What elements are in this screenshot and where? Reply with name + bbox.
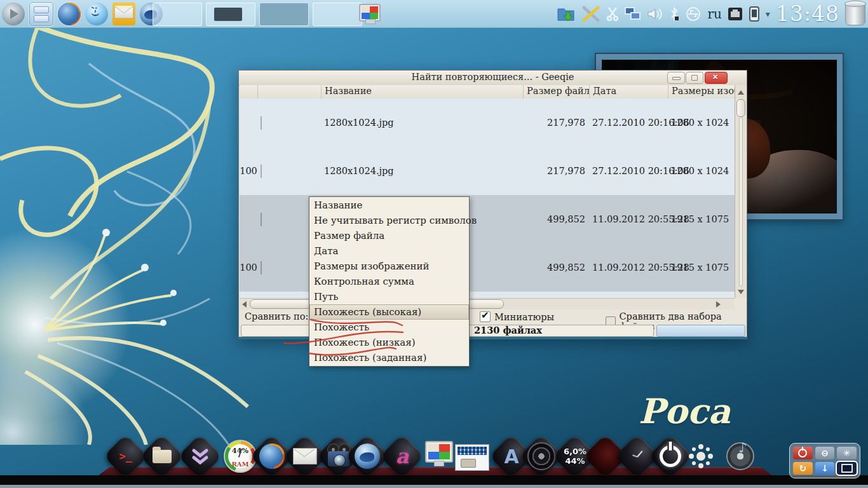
suspend-button[interactable]: ⊖ (815, 447, 835, 459)
file-cabinet-launcher[interactable] (29, 2, 53, 26)
bottom-gray-band (0, 485, 868, 488)
messenger-launcher[interactable] (85, 3, 108, 25)
suspend-icon: ⊖ (821, 448, 829, 458)
table-row[interactable]: 1280x1024.jpg 217,978 27.12.2010 20:16:0… (240, 98, 735, 147)
display-icon (423, 440, 454, 468)
restart-button[interactable]: ↻ (793, 462, 813, 475)
scroll-up-icon[interactable] (738, 90, 744, 95)
file-thumbnail (261, 165, 262, 178)
scroll-down-icon[interactable] (738, 290, 744, 294)
dock-purple-chevrons-app[interactable] (183, 439, 217, 473)
file-thumbnail (261, 261, 262, 274)
menu-item[interactable]: Не учитывать регистр символов (309, 213, 469, 228)
snowflake-button[interactable]: ✳ (837, 447, 857, 459)
volume-icon[interactable] (647, 6, 663, 22)
col-date[interactable]: Дата (589, 85, 668, 98)
table-row[interactable]: 100 1280x1024.jpg 217,978 27.12.2010 20:… (240, 147, 735, 195)
bluetooth-icon[interactable] (669, 6, 679, 22)
dock-ram-monitor[interactable]: 44% RAM (223, 439, 257, 473)
dock-red-widget[interactable] (588, 439, 623, 473)
dock-terminal[interactable]: >_ (109, 439, 143, 473)
keyboard-window-icon (455, 444, 489, 471)
menu-item[interactable]: Похожесть (высокая) (309, 304, 469, 320)
menu-item[interactable]: Название (309, 198, 469, 213)
dock-display-settings[interactable] (421, 437, 456, 471)
vertical-scrollbar[interactable] (735, 85, 746, 298)
dock-a-logo-app[interactable]: a (385, 439, 419, 473)
menu-item[interactable]: Похожесть (низкая) (309, 335, 469, 350)
speaker-icon (527, 442, 555, 470)
file-size: 217,978 (523, 118, 589, 128)
show-desktop-button[interactable] (358, 3, 381, 25)
close-button[interactable] (705, 72, 728, 84)
panel-clock[interactable]: 13:48 (776, 0, 839, 27)
download-button[interactable]: ↓ (815, 462, 835, 475)
device-notifier-icon[interactable] (749, 6, 760, 22)
usb-icon[interactable] (685, 6, 702, 22)
keyboard-layout-indicator[interactable]: ru (707, 6, 721, 22)
screen-capture-icon[interactable] (728, 6, 743, 22)
menu-item[interactable]: Путь (309, 289, 469, 304)
menu-item[interactable]: Размер файла (309, 228, 469, 243)
analog-clock-icon (627, 445, 648, 467)
pager-desktop-1[interactable] (153, 3, 202, 26)
image-dimensions: 1915 x 1075 (668, 262, 735, 273)
titlebar[interactable]: Найти повторяющиеся... - Geeqie (239, 71, 747, 86)
scroll-left-icon[interactable] (242, 301, 247, 308)
minimize-button[interactable] (667, 72, 685, 84)
file-date: 27.12.2010 20:16:06 (589, 166, 668, 176)
mail-launcher[interactable] (112, 3, 135, 25)
thumbnails-label: Миниатюры (494, 312, 554, 322)
menu-item[interactable]: Размеры изображений (309, 259, 469, 274)
scroll-right-icon[interactable] (716, 301, 721, 308)
terminal-icon: >_ (119, 450, 132, 463)
chevrons-icon (191, 447, 209, 465)
pager-desktop-4[interactable] (313, 3, 362, 26)
file-size: 499,852 (523, 262, 589, 273)
launcher-area (2, 0, 163, 27)
pager-desktop-2[interactable] (206, 3, 255, 26)
progress-bar[interactable] (656, 325, 745, 337)
dock-clock-widget[interactable] (620, 439, 654, 473)
clipboard-scissors-icon[interactable] (606, 6, 619, 22)
blue-a-icon: A (504, 445, 519, 468)
firefox-icon (259, 444, 285, 469)
dock-mail[interactable] (288, 439, 322, 473)
match-rank: 100 (240, 166, 257, 176)
file-size: 217,978 (523, 166, 589, 176)
dock-power[interactable] (653, 439, 688, 473)
menu-item[interactable]: Похожесть (заданная) (309, 350, 469, 365)
dock-wolf-app[interactable] (350, 439, 384, 473)
dock-brightness[interactable] (684, 439, 718, 473)
col-size[interactable]: Размер файла (523, 85, 589, 98)
thumbnails-checkbox[interactable] (480, 311, 491, 322)
menu-item[interactable]: Похожесть (309, 320, 469, 335)
compare-by-menu: Название Не учитывать регистр символов Р… (309, 196, 470, 367)
dock-speaker[interactable] (524, 439, 559, 473)
vertical-scroll-thumb[interactable] (736, 99, 745, 117)
pager-desktop-3[interactable] (259, 3, 309, 26)
sun-icon (696, 452, 705, 461)
pager-window-rect (214, 8, 242, 21)
dock-file-manager[interactable] (145, 439, 179, 473)
trash-icon[interactable] (845, 3, 865, 25)
power-off-button[interactable] (793, 447, 813, 459)
firefox-launcher[interactable] (58, 3, 81, 25)
dock-music-player[interactable] (723, 439, 757, 473)
col-dims[interactable]: Размеры изобра (668, 85, 735, 98)
folder-download-icon[interactable] (557, 5, 576, 23)
col-thumb[interactable] (257, 85, 321, 98)
col-name[interactable]: Название (321, 85, 523, 98)
menu-item[interactable]: Дата (309, 243, 469, 259)
system-tools-icon[interactable] (581, 5, 600, 23)
col-rank[interactable] (240, 85, 257, 98)
maximize-button[interactable] (686, 72, 703, 84)
dock-firefox[interactable] (255, 439, 289, 473)
start-play-button[interactable] (2, 3, 25, 25)
file-date: 27.12.2010 20:16:06 (589, 118, 668, 128)
menu-item[interactable]: Контрольная сумма (309, 274, 469, 289)
tray-expander-caret[interactable]: ▾ (766, 9, 770, 19)
display-select-button[interactable] (837, 462, 857, 475)
dock-virtual-keyboard[interactable] (455, 440, 489, 475)
network-icon[interactable] (625, 6, 641, 22)
